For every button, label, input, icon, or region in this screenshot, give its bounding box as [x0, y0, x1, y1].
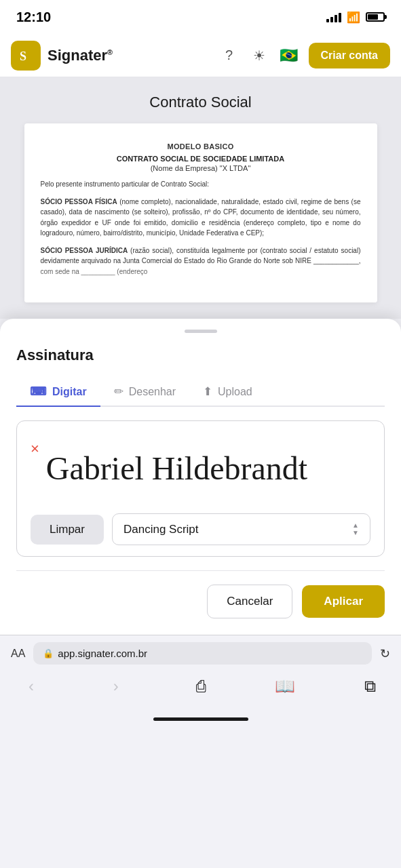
doc-contrato-titulo: CONTRATO SOCIAL DE SOCIEDADE LIMITADA	[41, 155, 361, 163]
bookmarks-button[interactable]: 📖	[270, 677, 300, 696]
tab-desenhar-label: Desenhar	[129, 386, 176, 398]
signature-display: × Gabriel Hildebrandt	[31, 435, 370, 502]
tab-desenhar[interactable]: ✏ Desenhar	[100, 378, 189, 407]
status-time: 12:10	[16, 9, 51, 25]
criar-conta-button[interactable]: Criar conta	[309, 43, 390, 68]
upload-icon: ⬆	[203, 384, 212, 399]
sheet-handle	[185, 330, 217, 333]
cancelar-button[interactable]: Cancelar	[207, 585, 292, 618]
action-row: Cancelar Aplicar	[16, 585, 385, 618]
font-selector[interactable]: Dancing Script ▲ ▼	[112, 513, 370, 545]
document-paper: MODELO BASICO CONTRATO SOCIAL DE SOCIEDA…	[24, 123, 377, 302]
refresh-icon[interactable]: ↻	[380, 646, 390, 661]
share-button[interactable]: ⎙	[186, 677, 216, 696]
sig-x-mark: ×	[31, 435, 39, 458]
keyboard-icon: ⌨	[30, 384, 47, 399]
url-text: app.signater.com.br	[58, 648, 147, 659]
forward-button[interactable]: ›	[101, 677, 131, 696]
signature-box: × Gabriel Hildebrandt Limpar Dancing Scr…	[16, 420, 385, 557]
pencil-icon: ✏	[114, 384, 123, 399]
lock-icon: 🔒	[43, 648, 54, 658]
url-bar[interactable]: 🔒 app.signater.com.br	[33, 642, 372, 665]
doc-modelo: MODELO BASICO	[41, 142, 361, 151]
chevron-updown-icon: ▲ ▼	[352, 522, 359, 536]
home-indicator-bar	[153, 717, 248, 721]
help-icon[interactable]: ?	[220, 46, 239, 65]
bottom-sheet: Assinatura ⌨ Digitar ✏ Desenhar ⬆ Upload…	[0, 319, 401, 635]
flag-icon[interactable]: 🇧🇷	[280, 47, 298, 64]
status-icons: 📶	[326, 11, 385, 24]
document-title: Contrato Social	[149, 94, 251, 111]
logo-icon: S	[11, 41, 41, 71]
doc-empresa-nome: (Nome da Empresa) "X LTDA"	[41, 164, 361, 172]
divider	[16, 570, 385, 571]
tab-digitar[interactable]: ⌨ Digitar	[16, 378, 100, 407]
home-indicator	[0, 709, 401, 728]
doc-intro: Pelo presente instrumento particular de …	[41, 179, 361, 190]
doc-socio-fisica: SÓCIO PESSOA FÍSICA (nome completo), nac…	[41, 197, 361, 239]
aplicar-button[interactable]: Aplicar	[302, 585, 385, 618]
signature-text[interactable]: Gabriel Hildebrandt	[46, 451, 307, 487]
font-selector-label: Dancing Script	[123, 523, 199, 536]
logo: S Signater®	[11, 41, 113, 71]
tabs-row: ⌨ Digitar ✏ Desenhar ⬆ Upload	[16, 378, 385, 407]
tab-digitar-label: Digitar	[52, 386, 87, 398]
limpar-button[interactable]: Limpar	[31, 515, 104, 545]
header-actions: ? ☀ 🇧🇷 Criar conta	[220, 43, 390, 68]
tab-upload[interactable]: ⬆ Upload	[189, 378, 266, 407]
header: S Signater® ? ☀ 🇧🇷 Criar conta	[0, 34, 401, 77]
sig-controls: Limpar Dancing Script ▲ ▼	[31, 513, 370, 545]
status-bar: 12:10 📶	[0, 0, 401, 34]
logo-text: Signater®	[47, 47, 113, 64]
back-button[interactable]: ‹	[16, 677, 46, 696]
battery-icon	[366, 12, 385, 22]
sheet-title: Assinatura	[16, 347, 385, 364]
brightness-icon[interactable]: ☀	[250, 46, 269, 65]
tabs-button[interactable]: ⧉	[355, 677, 385, 696]
tab-upload-label: Upload	[218, 386, 252, 398]
svg-text:S: S	[20, 50, 26, 63]
browser-bar: AA 🔒 app.signater.com.br ↻	[0, 635, 401, 671]
wifi-icon: 📶	[347, 11, 360, 24]
aa-text[interactable]: AA	[11, 648, 25, 660]
signal-icon	[326, 12, 341, 22]
document-preview-area: Contrato Social MODELO BASICO CONTRATO S…	[0, 77, 401, 319]
browser-navigation: ‹ › ⎙ 📖 ⧉	[0, 671, 401, 709]
